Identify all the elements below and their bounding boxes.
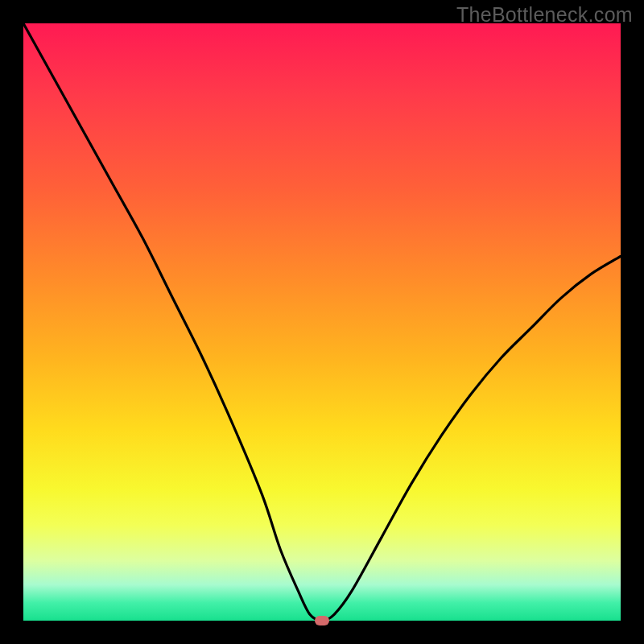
watermark-text: TheBottleneck.com — [456, 3, 633, 27]
plot-area — [23, 23, 621, 621]
chart-frame: TheBottleneck.com — [0, 0, 644, 644]
curve-layer — [23, 23, 621, 621]
min-marker — [315, 616, 329, 625]
bottleneck-curve — [23, 23, 621, 621]
